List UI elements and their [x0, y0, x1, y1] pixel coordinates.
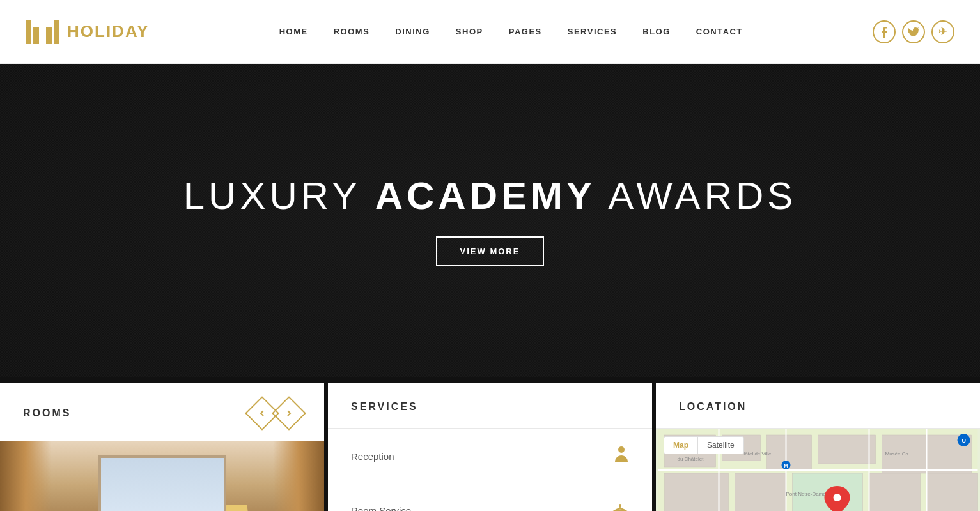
tripadvisor-icon[interactable]: ✈	[931, 20, 954, 43]
service-room-service-label: Room Service	[351, 505, 411, 512]
map-controls: Map Satellite	[664, 436, 744, 454]
svg-rect-14	[869, 473, 921, 511]
rooms-nav-arrows	[250, 401, 301, 425]
view-more-button[interactable]: View More	[436, 236, 545, 266]
nav-home[interactable]: Home	[279, 27, 308, 36]
rooms-next-button[interactable]	[272, 396, 306, 431]
nav-dining[interactable]: Dining	[395, 27, 430, 36]
chevron-left-icon	[258, 409, 266, 417]
satellite-button[interactable]: Satellite	[698, 437, 743, 454]
services-card-title: Services	[351, 401, 418, 413]
location-card-title: Location	[679, 401, 747, 413]
service-reception-label: Reception	[351, 451, 394, 462]
social-icons: ✈	[873, 20, 954, 43]
location-card: Location	[656, 383, 980, 511]
rooms-card: Rooms	[0, 383, 324, 511]
svg-text:Musée Ca: Musée Ca	[885, 451, 909, 457]
nav-rooms[interactable]: Rooms	[334, 27, 370, 36]
reception-icon	[614, 445, 629, 467]
header: Holiday Home Rooms Dining Shop Pages Ser…	[0, 0, 980, 64]
hero-title: Luxury Academy Awards	[183, 175, 797, 217]
service-reception[interactable]: Reception	[328, 429, 652, 484]
svg-point-3	[619, 504, 621, 507]
hero-section: Luxury Academy Awards View More	[0, 64, 980, 377]
services-card: Services Reception Room Service	[328, 383, 652, 511]
nav-pages[interactable]: Pages	[509, 27, 542, 36]
svg-text:U: U	[962, 438, 967, 444]
svg-text:du Châtelet: du Châtelet	[678, 456, 704, 462]
main-nav: Home Rooms Dining Shop Pages Services Bl…	[279, 27, 743, 36]
cards-section: Rooms	[0, 377, 980, 511]
rooms-card-title: Rooms	[23, 408, 71, 419]
hero-content: Luxury Academy Awards View More	[183, 175, 797, 266]
svg-rect-9	[818, 435, 876, 464]
chevron-right-icon	[285, 409, 293, 417]
services-card-header: Services	[328, 383, 652, 429]
logo-area[interactable]: Holiday	[26, 20, 150, 44]
nav-services[interactable]: Services	[568, 27, 618, 36]
rooms-image	[0, 441, 324, 511]
svg-text:Pont Notre-Dame: Pont Notre-Dame	[786, 491, 827, 497]
room-service-icon	[611, 501, 629, 511]
nav-blog[interactable]: Blog	[642, 27, 671, 36]
svg-rect-12	[735, 473, 786, 511]
twitter-icon[interactable]	[902, 20, 925, 43]
logo-text: Holiday	[67, 22, 150, 42]
nav-contact[interactable]: Contact	[696, 27, 743, 36]
nav-shop[interactable]: Shop	[456, 27, 483, 36]
location-card-header: Location	[656, 383, 980, 429]
svg-rect-15	[927, 473, 978, 511]
map-container: du Châtelet Hôtel de Ville Musée Ca Pont…	[656, 429, 980, 511]
facebook-icon[interactable]	[873, 20, 896, 43]
rooms-card-header: Rooms	[0, 383, 324, 441]
svg-point-0	[618, 446, 625, 453]
logo-icon	[26, 20, 59, 44]
svg-text:Hôtel de Ville: Hôtel de Ville	[742, 451, 772, 457]
service-room-service[interactable]: Room Service	[328, 484, 652, 511]
svg-point-27	[834, 494, 841, 501]
map-button[interactable]: Map	[664, 437, 698, 454]
svg-text:M: M	[784, 464, 788, 468]
